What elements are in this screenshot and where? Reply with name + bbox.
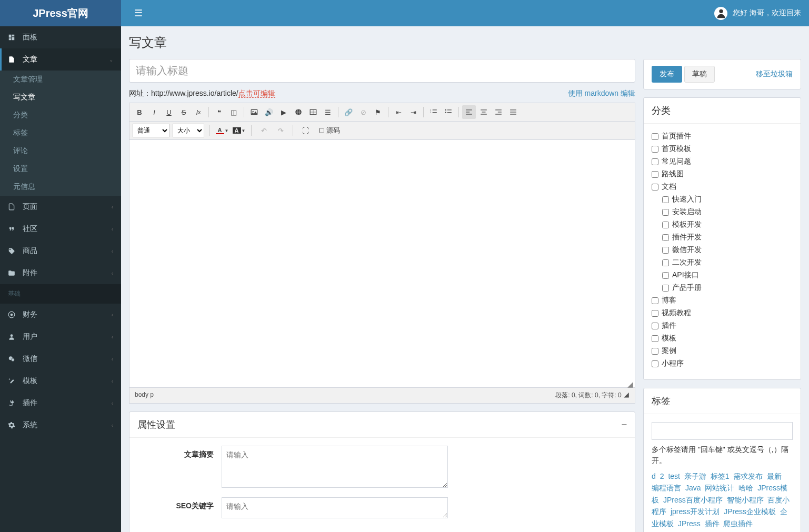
category-插件[interactable]: 插件 bbox=[652, 321, 793, 330]
italic-icon[interactable]: I bbox=[147, 105, 161, 119]
sidebar-item-系统[interactable]: 系统‹ bbox=[0, 414, 121, 436]
category-模板开发[interactable]: 模板开发 bbox=[662, 220, 793, 229]
category-常见问题[interactable]: 常见问题 bbox=[652, 157, 793, 166]
quote-icon[interactable]: ❝ bbox=[212, 105, 226, 119]
bold-icon[interactable]: B bbox=[133, 105, 146, 119]
category-插件开发[interactable]: 插件开发 bbox=[662, 233, 793, 242]
clear-format-icon[interactable]: Ix bbox=[192, 105, 205, 119]
category-视频教程[interactable]: 视频教程 bbox=[652, 308, 793, 318]
move-to-trash-link[interactable]: 移至垃圾箱 bbox=[756, 69, 793, 79]
align-right-icon[interactable] bbox=[492, 105, 505, 119]
tag-需求发布[interactable]: 需求发布 bbox=[733, 472, 763, 480]
indent-icon[interactable]: ⇥ bbox=[406, 105, 420, 119]
logo[interactable]: JPress官网 bbox=[0, 0, 121, 26]
sidebar-item-面板[interactable]: 面板 bbox=[0, 26, 121, 48]
format-select[interactable]: 普通 bbox=[133, 124, 169, 137]
sidebar-subitem-分类[interactable]: 分类 bbox=[0, 106, 121, 124]
sidebar-item-页面[interactable]: 页面‹ bbox=[0, 196, 121, 218]
sidebar-item-微信[interactable]: 微信‹ bbox=[0, 348, 121, 370]
category-小程序[interactable]: 小程序 bbox=[652, 359, 793, 368]
align-justify-icon[interactable] bbox=[506, 105, 520, 119]
strike-icon[interactable]: S bbox=[177, 105, 191, 119]
sidebar-subitem-标签[interactable]: 标签 bbox=[0, 124, 121, 142]
tags-input[interactable] bbox=[652, 422, 793, 440]
summary-textarea[interactable] bbox=[222, 446, 448, 488]
category-文档[interactable]: 文档 bbox=[652, 182, 793, 192]
fontsize-select[interactable]: 大小 bbox=[173, 124, 204, 137]
tag-亲子游[interactable]: 亲子游 bbox=[684, 472, 706, 480]
category-博客[interactable]: 博客 bbox=[652, 296, 793, 305]
tag-插件[interactable]: 插件 bbox=[705, 519, 720, 528]
collapse-icon[interactable]: − bbox=[621, 419, 627, 430]
tag-JPress企业模板[interactable]: JPress企业模板 bbox=[724, 507, 776, 516]
globe-icon[interactable] bbox=[292, 105, 305, 119]
hr-icon[interactable]: ☰ bbox=[321, 105, 335, 119]
category-API接口[interactable]: API接口 bbox=[662, 270, 793, 280]
underline-icon[interactable]: U bbox=[162, 105, 176, 119]
editor-path[interactable]: body p bbox=[135, 391, 154, 400]
category-首页插件[interactable]: 首页插件 bbox=[652, 132, 793, 141]
tag-标签1[interactable]: 标签1 bbox=[711, 472, 730, 480]
link-icon[interactable]: 🔗 bbox=[342, 105, 355, 119]
category-首页模板[interactable]: 首页模板 bbox=[652, 144, 793, 154]
sidebar-subitem-设置[interactable]: 设置 bbox=[0, 160, 121, 178]
url-slug-edit[interactable]: 点击可编辑 bbox=[238, 89, 275, 98]
use-markdown-link[interactable]: 使用 markdown 编辑 bbox=[568, 89, 635, 98]
sidebar-item-用户[interactable]: 用户‹ bbox=[0, 326, 121, 348]
outdent-icon[interactable]: ⇤ bbox=[392, 105, 405, 119]
sidebar-subitem-写文章[interactable]: 写文章 bbox=[0, 88, 121, 106]
category-案例[interactable]: 案例 bbox=[652, 346, 793, 356]
tag-JPress百度小程序[interactable]: JPress百度小程序 bbox=[663, 496, 723, 504]
bg-color-icon[interactable]: A▼ bbox=[232, 124, 246, 137]
article-title-input[interactable] bbox=[129, 59, 635, 83]
text-color-icon[interactable]: A▼ bbox=[215, 124, 229, 137]
sidebar-item-财务[interactable]: 财务‹ bbox=[0, 304, 121, 326]
tag-test[interactable]: test bbox=[668, 472, 680, 480]
category-路线图[interactable]: 路线图 bbox=[652, 169, 793, 179]
category-产品手册[interactable]: 产品手册 bbox=[662, 283, 793, 293]
seo-textarea[interactable] bbox=[222, 497, 448, 518]
fullscreen-icon[interactable]: ⛶ bbox=[298, 124, 312, 137]
tag-哈哈[interactable]: 哈哈 bbox=[738, 484, 753, 492]
tag-JPress[interactable]: JPress bbox=[678, 519, 701, 528]
ol-icon[interactable]: 12 bbox=[427, 105, 441, 119]
tag-最新[interactable]: 最新 bbox=[767, 472, 782, 480]
code-icon[interactable]: ◫ bbox=[227, 105, 241, 119]
sidebar-item-文章[interactable]: 文章⌄ bbox=[0, 48, 121, 71]
sidebar-item-插件[interactable]: 插件‹ bbox=[0, 392, 121, 414]
publish-button[interactable]: 发布 bbox=[652, 66, 682, 83]
tag-编程语言[interactable]: 编程语言 bbox=[652, 484, 681, 492]
category-安装启动[interactable]: 安装启动 bbox=[662, 207, 793, 217]
tag-爬虫插件[interactable]: 爬虫插件 bbox=[723, 519, 753, 528]
sidebar-item-商品[interactable]: 商品‹ bbox=[0, 240, 121, 262]
undo-icon[interactable]: ↶ bbox=[257, 124, 271, 137]
align-left-icon[interactable] bbox=[462, 105, 476, 119]
audio-icon[interactable]: 🔊 bbox=[262, 105, 276, 119]
hamburger-icon[interactable]: ☰ bbox=[129, 7, 148, 19]
ul-icon[interactable] bbox=[442, 105, 455, 119]
video-icon[interactable]: ▶ bbox=[277, 105, 291, 119]
table-icon[interactable] bbox=[306, 105, 320, 119]
flag-icon[interactable]: ⚑ bbox=[371, 105, 385, 119]
sidebar-item-附件[interactable]: 附件‹ bbox=[0, 262, 121, 284]
category-二次开发[interactable]: 二次开发 bbox=[662, 258, 793, 267]
category-快速入门[interactable]: 快速入门 bbox=[662, 195, 793, 204]
sidebar-item-社区[interactable]: 社区‹ bbox=[0, 218, 121, 240]
tag-智能小程序[interactable]: 智能小程序 bbox=[727, 496, 764, 504]
sidebar-subitem-文章管理[interactable]: 文章管理 bbox=[0, 71, 121, 88]
align-center-icon[interactable] bbox=[477, 105, 491, 119]
tag-d[interactable]: d bbox=[652, 472, 656, 480]
sidebar-item-模板[interactable]: 模板‹ bbox=[0, 370, 121, 392]
category-微信开发[interactable]: 微信开发 bbox=[662, 245, 793, 255]
tag-2[interactable]: 2 bbox=[660, 472, 664, 480]
editor-content-area[interactable]: ◢ bbox=[129, 140, 635, 387]
image-icon[interactable] bbox=[247, 105, 261, 119]
draft-button[interactable]: 草稿 bbox=[684, 66, 715, 83]
sidebar-subitem-评论[interactable]: 评论 bbox=[0, 142, 121, 160]
tag-jpress开发计划[interactable]: jpress开发计划 bbox=[671, 507, 720, 516]
sidebar-subitem-元信息[interactable]: 元信息 bbox=[0, 178, 121, 196]
source-button[interactable]: 源码 bbox=[315, 124, 343, 137]
tag-Java[interactable]: Java bbox=[685, 484, 701, 492]
resize-handle-icon[interactable]: ◢ bbox=[627, 380, 634, 386]
navbar-user[interactable]: 您好 海哥，欢迎回来 bbox=[714, 7, 801, 20]
